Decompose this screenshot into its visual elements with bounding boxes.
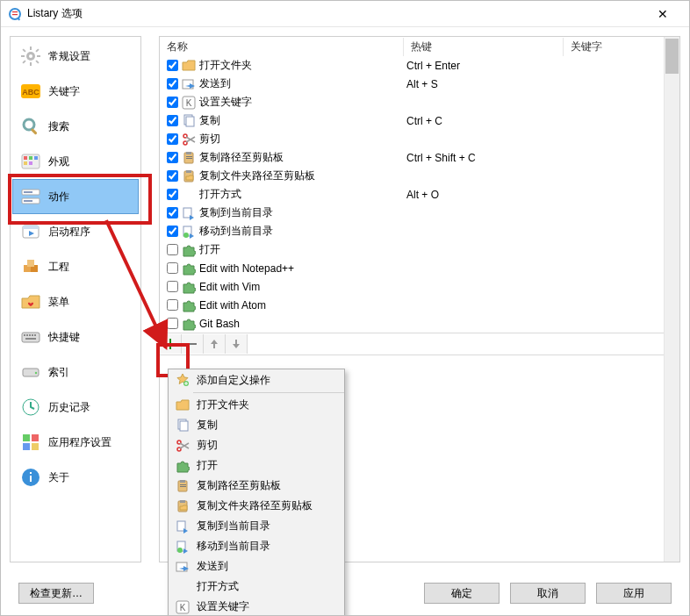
sidebar-item-1[interactable]: 关键字 — [12, 74, 139, 109]
action-row[interactable]: 复制 Ctrl + C — [160, 111, 679, 130]
ok-button[interactable]: 确定 — [424, 583, 500, 604]
popup-item[interactable]: 复制路径至剪贴板 — [169, 476, 344, 496]
titlebar: Listary 选项 ✕ — [1, 1, 689, 27]
sidebar-item-5[interactable]: 启动程序 — [12, 214, 139, 249]
row-checkbox[interactable] — [167, 152, 178, 163]
sidebar-item-11[interactable]: 应用程序设置 — [12, 425, 139, 460]
row-checkbox[interactable] — [167, 78, 178, 90]
row-checkbox[interactable] — [167, 281, 178, 292]
sidebar-item-3[interactable]: 外观 — [12, 144, 139, 179]
action-row[interactable]: Edit with Notepad++ — [160, 259, 679, 277]
row-checkbox[interactable] — [167, 60, 178, 71]
blank-icon — [182, 188, 196, 202]
dialog-footer: 检查更新… 确定 取消 应用 — [1, 571, 689, 615]
action-row[interactable]: 发送到 Alt + S — [160, 75, 679, 93]
popup-item-label: 移动到当前目录 — [197, 539, 270, 554]
sidebar-item-4[interactable]: 动作 — [12, 179, 139, 214]
actions-icon — [20, 186, 41, 207]
popup-item[interactable]: 复制 — [169, 415, 344, 435]
puzzle-icon — [182, 243, 196, 257]
scrollbar-thumb[interactable] — [665, 39, 679, 74]
action-row[interactable]: 复制文件夹路径至剪贴板 — [160, 167, 679, 185]
row-checkbox[interactable] — [167, 170, 178, 182]
vertical-scrollbar[interactable] — [664, 37, 679, 562]
boxes-icon — [20, 256, 41, 277]
row-checkbox[interactable] — [167, 189, 178, 200]
popup-item[interactable]: 复制文件夹路径至剪贴板 — [169, 496, 344, 516]
drive-icon — [20, 362, 41, 383]
action-row[interactable]: 设置关键字 — [160, 93, 679, 111]
action-row[interactable]: Git Bash — [160, 314, 679, 333]
row-name: 复制到当前目录 — [199, 205, 406, 220]
sidebar-item-0[interactable]: 常规设置 — [12, 39, 139, 74]
magnifier-icon — [20, 116, 41, 137]
action-row[interactable]: Edit with Vim — [160, 277, 679, 296]
row-checkbox[interactable] — [167, 226, 178, 237]
popup-item[interactable]: 打开方式 — [169, 577, 344, 597]
popup-item[interactable]: 打开文件夹 — [169, 395, 344, 415]
row-checkbox[interactable] — [167, 207, 178, 218]
sidebar-item-label: 工程 — [48, 260, 69, 275]
popup-item[interactable]: 移动到当前目录 — [169, 536, 344, 556]
popup-item[interactable]: 设置关键字 — [169, 597, 344, 616]
action-row[interactable]: 打开 — [160, 240, 679, 259]
row-checkbox[interactable] — [167, 299, 178, 311]
col-hotkey[interactable]: 热键 — [404, 38, 564, 56]
sidebar-item-2[interactable]: 搜索 — [12, 109, 139, 144]
action-row[interactable]: Edit with Atom — [160, 296, 679, 314]
puzzle-icon — [182, 317, 196, 331]
row-checkbox[interactable] — [167, 244, 178, 255]
cancel-button[interactable]: 取消 — [510, 583, 586, 604]
clipboard-folder-icon — [176, 499, 190, 513]
remove-button[interactable] — [182, 334, 204, 354]
blank-icon — [176, 580, 190, 594]
sidebar-item-8[interactable]: 快捷键 — [12, 319, 139, 355]
row-checkbox[interactable] — [167, 115, 178, 126]
k-icon — [176, 600, 190, 614]
sidebar-item-10[interactable]: 历史记录 — [12, 390, 139, 425]
row-checkbox[interactable] — [167, 133, 178, 145]
popup-heading[interactable]: 添加自定义操作 — [169, 369, 344, 390]
action-row[interactable]: 复制到当前目录 — [160, 204, 679, 222]
popup-item[interactable]: 剪切 — [169, 435, 344, 455]
sidebar-item-label: 关于 — [48, 470, 69, 485]
action-row[interactable]: 移动到当前目录 — [160, 222, 679, 240]
row-checkbox[interactable] — [167, 318, 178, 329]
col-name[interactable]: 名称 — [160, 38, 404, 56]
row-name: Edit with Atom — [199, 299, 406, 312]
sidebar: 常规设置关键字搜索外观动作启动程序工程菜单快捷键索引历史记录应用程序设置关于 — [10, 36, 141, 562]
row-checkbox[interactable] — [167, 262, 178, 274]
scissors-icon — [176, 439, 190, 453]
move-up-button[interactable] — [204, 334, 226, 354]
action-row[interactable]: 复制路径至剪贴板 Ctrl + Shift + C — [160, 148, 679, 167]
sidebar-item-9[interactable]: 索引 — [12, 355, 139, 390]
action-row[interactable]: 打开方式 Alt + O — [160, 185, 679, 204]
add-button[interactable] — [160, 334, 182, 354]
row-name: 复制路径至剪贴板 — [199, 150, 406, 165]
copy-to-icon — [176, 519, 190, 534]
gear-icon — [20, 46, 41, 67]
puzzle-icon — [182, 261, 196, 276]
popup-item[interactable]: 发送到 — [169, 556, 344, 577]
popup-item-label: 复制文件夹路径至剪贴板 — [197, 498, 313, 513]
popup-item-label: 发送到 — [197, 559, 228, 574]
popup-item[interactable]: 复制到当前目录 — [169, 516, 344, 536]
action-row[interactable]: 打开文件夹 Ctrl + Enter — [160, 56, 679, 75]
sidebar-item-7[interactable]: 菜单 — [12, 284, 139, 319]
check-update-button[interactable]: 检查更新… — [18, 583, 94, 604]
action-row[interactable]: 剪切 — [160, 130, 679, 148]
col-keyword[interactable]: 关键字 — [564, 38, 679, 56]
popup-item-label: 复制到当前目录 — [197, 519, 270, 534]
popup-item-label: 打开方式 — [197, 579, 239, 594]
window-close-button[interactable]: ✕ — [643, 1, 682, 27]
copy-to-icon — [182, 206, 196, 220]
row-hotkey: Ctrl + C — [406, 115, 566, 127]
row-checkbox[interactable] — [167, 97, 178, 108]
move-down-button[interactable] — [226, 334, 248, 354]
popup-item[interactable]: 打开 — [169, 455, 344, 476]
sidebar-item-label: 外观 — [48, 154, 69, 169]
sidebar-item-12[interactable]: 关于 — [12, 460, 139, 495]
sidebar-item-6[interactable]: 工程 — [12, 249, 139, 284]
apply-button[interactable]: 应用 — [596, 583, 672, 604]
send-icon — [176, 560, 190, 574]
